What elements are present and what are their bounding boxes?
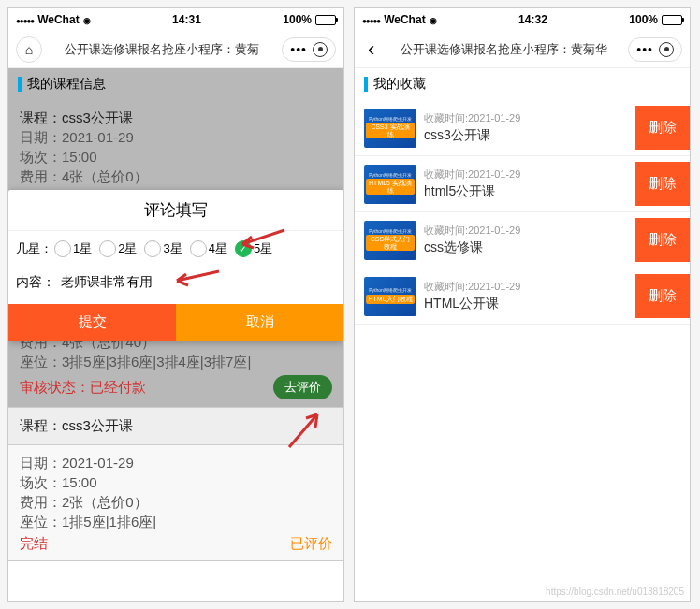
star-option-4[interactable]: 4星 <box>190 240 227 257</box>
check-icon: ✓ <box>235 240 252 257</box>
submit-button[interactable]: 提交 <box>8 304 176 341</box>
course-session: 场次：15:00 <box>20 149 332 167</box>
favorite-info: 收藏时间:2021-01-29 HTML公开课 <box>416 280 635 312</box>
course-status: 审核状态：已经付款 <box>20 379 146 397</box>
right-phone: WeChat 14:32 100% ‹ 公开课选修课报名抢座小程序：黄菊华 我的… <box>354 7 691 602</box>
section-header: 我的课程信息 <box>8 68 343 100</box>
course-seats: 座位：3排5座|3排6座|3排4座|3排7座| <box>20 354 332 371</box>
status-time: 14:31 <box>172 13 201 26</box>
favorite-item[interactable]: Python网络爬虫开发 CSS样式入门教程 收藏时间:2021-01-29 c… <box>355 212 690 268</box>
course-thumbnail: Python网络爬虫开发 CSS样式入门教程 <box>364 221 416 260</box>
more-icon[interactable] <box>636 41 653 58</box>
course-thumbnail: Python网络爬虫开发 HTML入门教程 <box>364 277 416 316</box>
course-card: 课程：css3公开课 日期：2021-01-29 场次：15:00 费用：4张（… <box>8 100 343 196</box>
course-fee: 费用：4张（总价0） <box>20 168 332 186</box>
close-target-icon[interactable] <box>659 42 674 57</box>
signal-dots-icon <box>16 13 34 26</box>
favorite-date: 收藏时间:2021-01-29 <box>424 280 628 294</box>
delete-button[interactable]: 删除 <box>635 106 690 150</box>
comment-modal: 评论填写 几星： 1星 2星 3星 4星 ✓5星 内容： 提交 取消 <box>8 190 343 341</box>
delete-button[interactable]: 删除 <box>635 218 690 262</box>
favorite-date: 收藏时间:2021-01-29 <box>424 224 628 238</box>
star-option-5[interactable]: ✓5星 <box>235 240 272 257</box>
course-thumbnail: Python网络爬虫开发 CSS3 实战演练 <box>364 109 416 148</box>
evaluated-label: 已评价 <box>290 535 332 553</box>
section-title: 我的收藏 <box>373 76 426 93</box>
capsule-menu[interactable] <box>628 37 682 62</box>
course-thumbnail: Python网络爬虫开发 HTML5 实战演练 <box>364 165 416 204</box>
close-target-icon[interactable] <box>313 42 328 57</box>
star-option-2[interactable]: 2星 <box>99 240 137 257</box>
section-accent-bar <box>364 77 368 92</box>
wifi-icon <box>83 13 91 26</box>
course-fee: 费用：2张（总价0） <box>20 494 332 512</box>
favorite-date: 收藏时间:2021-01-29 <box>424 111 628 125</box>
nav-bar: ⌂ 公开课选修课报名抢座小程序：黄菊 <box>8 31 343 68</box>
course-card: 课程：css3公开课 <box>8 408 343 445</box>
left-phone: WeChat 14:31 100% ⌂ 公开课选修课报名抢座小程序：黄菊 我的课… <box>7 7 344 602</box>
watermark: https://blog.csdn.net/u013818205 <box>546 587 684 597</box>
battery-icon <box>662 15 682 25</box>
favorite-info: 收藏时间:2021-01-29 html5公开课 <box>416 167 635 200</box>
course-name: 课程：css3公开课 <box>20 109 332 127</box>
favorite-name: css选修课 <box>424 239 628 256</box>
course-seats: 座位：1排5座|1排6座| <box>20 514 332 531</box>
capsule-menu[interactable] <box>282 37 336 62</box>
content-label: 内容： <box>16 274 55 291</box>
section-header: 我的收藏 <box>355 68 690 100</box>
page-title: 公开课选修课报名抢座小程序：黄菊华 <box>386 41 622 58</box>
content-row: 内容： <box>8 267 343 304</box>
course-date: 日期：2021-01-29 <box>20 455 332 472</box>
section-title: 我的课程信息 <box>27 76 106 93</box>
favorite-item[interactable]: Python网络爬虫开发 HTML5 实战演练 收藏时间:2021-01-29 … <box>355 156 690 212</box>
delete-button[interactable]: 删除 <box>635 274 690 318</box>
favorite-date: 收藏时间:2021-01-29 <box>424 167 628 181</box>
content-area: 我的课程信息 课程：css3公开课 日期：2021-01-29 场次：15:00… <box>8 68 343 601</box>
more-icon[interactable] <box>290 41 307 58</box>
favorite-name: html5公开课 <box>424 183 628 200</box>
section-accent-bar <box>18 77 22 92</box>
star-option-1[interactable]: 1星 <box>54 240 92 257</box>
star-rating-row: 几星： 1星 2星 3星 4星 ✓5星 <box>8 231 343 267</box>
favorite-info: 收藏时间:2021-01-29 css3公开课 <box>416 111 635 144</box>
course-name: 课程：css3公开课 <box>20 417 332 435</box>
status-time: 14:32 <box>518 13 547 26</box>
carrier-label: WeChat <box>37 13 79 26</box>
favorite-info: 收藏时间:2021-01-29 css选修课 <box>416 224 635 256</box>
battery-icon <box>315 15 336 25</box>
favorite-name: css3公开课 <box>424 127 628 144</box>
favorite-item[interactable]: Python网络爬虫开发 HTML入门教程 收藏时间:2021-01-29 HT… <box>355 268 690 325</box>
status-bar: WeChat 14:31 100% <box>8 8 343 31</box>
course-status: 完结 <box>20 535 48 553</box>
modal-title: 评论填写 <box>8 190 343 231</box>
cancel-button[interactable]: 取消 <box>176 304 343 341</box>
star-label: 几星： <box>16 240 52 257</box>
course-date: 日期：2021-01-29 <box>20 129 332 147</box>
evaluate-button[interactable]: 去评价 <box>273 375 332 399</box>
back-button[interactable]: ‹ <box>362 37 380 62</box>
favorites-list: Python网络爬虫开发 CSS3 实战演练 收藏时间:2021-01-29 c… <box>355 100 690 325</box>
comment-input[interactable] <box>61 275 336 290</box>
nav-bar: ‹ 公开课选修课报名抢座小程序：黄菊华 <box>355 31 690 68</box>
home-button[interactable]: ⌂ <box>16 36 42 63</box>
battery-percent: 100% <box>283 13 312 26</box>
page-title: 公开课选修课报名抢座小程序：黄菊 <box>48 41 276 58</box>
course-session: 场次：15:00 <box>20 474 332 492</box>
wifi-icon <box>430 13 437 26</box>
content-area: 我的收藏 Python网络爬虫开发 CSS3 实战演练 收藏时间:2021-01… <box>355 68 690 601</box>
status-bar: WeChat 14:32 100% <box>355 8 690 31</box>
battery-percent: 100% <box>629 13 658 26</box>
favorite-item[interactable]: Python网络爬虫开发 CSS3 实战演练 收藏时间:2021-01-29 c… <box>355 100 690 156</box>
course-card-body: 日期：2021-01-29 场次：15:00 费用：2张（总价0） 座位：1排5… <box>8 445 343 561</box>
favorite-name: HTML公开课 <box>424 296 628 312</box>
carrier-label: WeChat <box>384 13 425 26</box>
star-option-3[interactable]: 3星 <box>144 240 182 257</box>
signal-dots-icon <box>362 13 380 26</box>
delete-button[interactable]: 删除 <box>635 162 690 206</box>
